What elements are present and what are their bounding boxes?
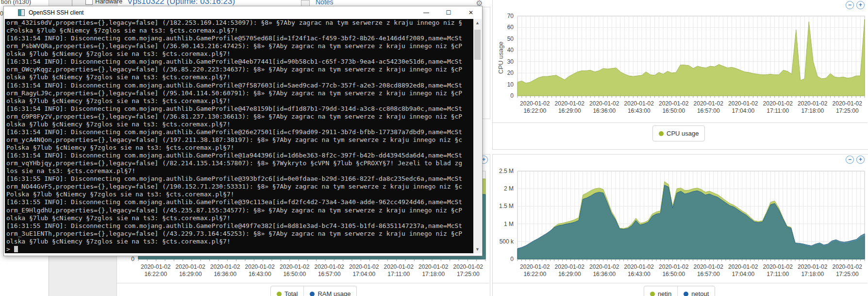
x-tick-label: 2020-01-02	[555, 100, 585, 107]
memory-legend[interactable]: TotalRAM usage	[270, 286, 357, 296]
y-tick-label: 70	[507, 13, 514, 19]
x-tick-label: 17:18:00	[801, 107, 824, 114]
y-tick-label: 30	[507, 58, 514, 65]
x-tick-label: 16:43:00	[628, 271, 651, 278]
x-tick-label: 17:25:00	[836, 271, 859, 278]
x-tick-label: 2020-01-02	[763, 263, 793, 270]
notes-heading[interactable]: Notes	[316, 0, 334, 6]
x-tick-label: 2020-01-02	[555, 263, 585, 270]
legend-label: netin	[658, 290, 671, 296]
desktop: tion (n130) 03 Hardware Vps10322 (Uptime…	[0, 0, 868, 296]
x-tick-label: 16:43:00	[628, 107, 651, 114]
x-tick-label: 2020-01-02	[659, 263, 689, 270]
x-tick-label: 16:50:00	[662, 107, 685, 114]
terminal-line: olska §7lub §cNiemcy §7zglos sie na ts3:…	[6, 214, 474, 222]
x-tick-label: 2020-01-02	[245, 263, 275, 270]
cpu-chart[interactable]: 0102030405060702020-01-0216:22:002020-01…	[492, 0, 868, 119]
x-tick-label: 16:29:00	[558, 271, 581, 278]
x-tick-label: 2020-01-02	[659, 100, 689, 107]
x-tick-label: 17:18:00	[801, 271, 824, 278]
panel-divider	[493, 122, 868, 123]
terminal-window[interactable]: OpenSSH SSH client — ☐ ✕ orm_432is0dV,pr…	[3, 6, 483, 256]
y-tick-label: 50	[507, 35, 514, 42]
y-tick-label: 0	[131, 256, 134, 262]
x-tick-label: 16:43:00	[249, 271, 271, 278]
terminal-line: orm_G9P8Fy2V,properties={},legacy=false]…	[6, 113, 474, 121]
x-tick-label: 2020-01-02	[349, 263, 379, 270]
legend-item[interactable]: Total	[271, 286, 303, 296]
terminal-line: orm_OWcyKqgz,properties={},legacy=false]…	[6, 66, 474, 73]
network-legend[interactable]: netinnetout	[644, 286, 715, 296]
close-button[interactable]: ✕	[460, 6, 482, 19]
x-tick-label: 2020-01-02	[694, 100, 724, 107]
y-tick-label: 0	[510, 256, 514, 262]
openssh-app-icon	[18, 9, 25, 16]
y-tick-label: 500 k	[500, 238, 514, 245]
x-tick-label: 2020-01-02	[728, 263, 758, 270]
x-tick-label: 2020-01-02	[589, 263, 619, 270]
legend-dot-icon	[650, 292, 655, 296]
terminal-line: orm_RagyLJ9c,properties={},legacy=false]…	[6, 89, 474, 97]
y-tick-label: 40	[507, 47, 514, 53]
x-tick-label: 17:04:00	[732, 271, 754, 278]
x-tick-label: 16:22:00	[523, 271, 546, 278]
legend-item[interactable]: CPU usage	[653, 126, 704, 141]
terminal-line: los sie na ts3: §cts.coremax.pl§7!	[6, 167, 474, 175]
legend-label: RAM usage	[317, 290, 351, 296]
scrollbar-thumb[interactable]	[474, 30, 481, 60]
terminal-line: [16:31:54 INFO]: Disconnecting com.mojan…	[6, 105, 474, 113]
cpu-legend[interactable]: CPU usage	[652, 125, 705, 141]
legend-item[interactable]: netin	[644, 286, 677, 296]
x-tick-label: 17:04:00	[352, 271, 375, 278]
legend-label: Total	[284, 290, 298, 296]
terminal-line: [16:31:54 INFO]: Disconnecting com.mojan…	[6, 128, 474, 136]
series-cpu-usage	[517, 19, 865, 96]
terminal-line: olska §7lub §cNiemcy §7zglos sie na ts3:…	[6, 121, 474, 128]
x-tick-label: 2020-01-02	[833, 263, 863, 270]
terminal-line: olska §7lub §cNiemcy §7zglos sie na ts3:…	[6, 73, 474, 81]
terminal-line: orm_3uE1ENTh,properties={},legacy=false]…	[6, 230, 474, 238]
scroll-down-icon[interactable]: ▼	[473, 245, 482, 253]
network-chart[interactable]: 0500 k1 M1.5 M2 M2.5 M2020-01-0216:22:00…	[492, 154, 868, 281]
x-tick-label: 16:57:00	[697, 271, 720, 278]
hardware-checkbox[interactable]	[85, 0, 93, 5]
hardware-label[interactable]: Hardware	[95, 0, 122, 5]
x-tick-label: 2020-01-02	[763, 100, 793, 107]
x-tick-label: 2020-01-02	[798, 100, 828, 107]
x-tick-label: 2020-01-02	[384, 263, 414, 270]
terminal-scrollbar[interactable]: ▲ ▼	[473, 19, 482, 253]
scroll-up-icon[interactable]: ▲	[473, 19, 482, 27]
x-tick-label: 2020-01-02	[798, 263, 828, 270]
x-tick-label: 2020-01-02	[418, 263, 449, 270]
terminal-line: cPolska §7lub §cNiemcy §7zglos sie na ts…	[6, 27, 474, 35]
terminal-line: [16:31:54 INFO]: Disconnecting com.mojan…	[6, 152, 474, 159]
terminal-line: orm_ycA4NQon,properties={},legacy=false]…	[6, 136, 474, 144]
x-tick-label: 2020-01-02	[520, 100, 550, 107]
x-tick-label: 2020-01-02	[694, 263, 724, 270]
minimize-button[interactable]: —	[415, 6, 437, 19]
x-tick-label: 16:57:00	[318, 271, 341, 278]
tree-item-fragment[interactable]: tion (n130)	[1, 0, 31, 5]
x-tick-label: 16:29:00	[179, 271, 202, 278]
terminal-line: [16:31:55 INFO]: Disconnecting com.mojan…	[6, 198, 474, 206]
terminal-line: Polska §7lub §cNiemcy §7zglos sie na ts3…	[6, 144, 474, 152]
x-tick-label: 2020-01-02	[141, 263, 171, 270]
x-tick-label: 2020-01-02	[624, 100, 654, 107]
x-tick-label: 17:11:00	[767, 107, 789, 114]
legend-item[interactable]: RAM usage	[303, 286, 356, 296]
x-tick-label: 2020-01-02	[624, 263, 654, 270]
x-tick-label: 2020-01-02	[833, 100, 863, 107]
x-tick-label: 17:25:00	[836, 107, 859, 114]
x-tick-label: 17:18:00	[422, 271, 445, 278]
y-tick-label: 2 M	[504, 185, 514, 192]
panel-divider	[493, 283, 868, 283]
x-tick-label: 17:04:00	[732, 107, 754, 114]
terminal-titlebar[interactable]: OpenSSH SSH client — ☐ ✕	[4, 6, 482, 19]
maximize-button[interactable]: ☐	[437, 6, 460, 19]
terminal-content[interactable]: orm_432is0dV,properties={},legacy=false]…	[5, 19, 474, 253]
legend-item[interactable]: netout	[677, 286, 715, 296]
y-tick-label: 60	[507, 24, 514, 31]
x-tick-label: 17:11:00	[387, 271, 410, 278]
x-tick-label: 16:36:00	[593, 271, 616, 278]
terminal-line: olska §7lub §cNiemcy §7zglos sie na ts3:…	[6, 50, 474, 58]
